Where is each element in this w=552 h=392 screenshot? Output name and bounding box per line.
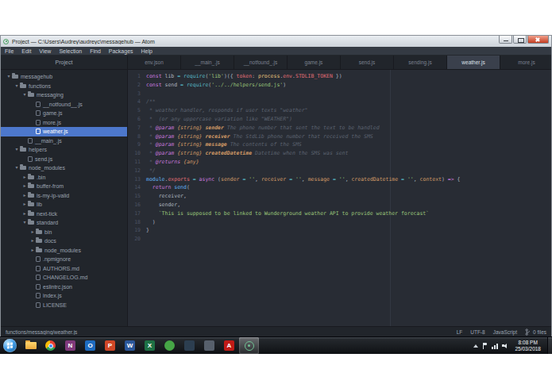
- chevron-right-icon[interactable]: ▸: [21, 173, 28, 183]
- tree-item-next-tick[interactable]: ▸next-tick: [1, 209, 127, 219]
- tab-send.js[interactable]: send.js: [341, 56, 394, 69]
- title-bar[interactable]: Project — C:\Users\Audrey\audreyc\messag…: [1, 36, 551, 47]
- tree-item-CHANGELOG.md[interactable]: CHANGELOG.md: [1, 273, 127, 282]
- tab-env.json[interactable]: env.json: [128, 56, 181, 69]
- menu-selection[interactable]: Selection: [55, 47, 86, 56]
- code-line-4: 4/**: [128, 98, 551, 106]
- taskbar-clock[interactable]: 8:08 PM 25/03/2018: [515, 340, 541, 352]
- tree-item-bin[interactable]: ▸bin: [1, 228, 127, 237]
- code-editor[interactable]: 1const lib = require('lib')({ token: pro…: [128, 70, 551, 326]
- chevron-down-icon[interactable]: ▾: [21, 90, 28, 100]
- chevron-down-icon[interactable]: ▾: [14, 82, 20, 91]
- chevron-right-icon[interactable]: ▸: [21, 191, 28, 201]
- utility-app-icon[interactable]: [199, 337, 219, 354]
- menu-find[interactable]: Find: [86, 47, 105, 56]
- minimize-button[interactable]: [499, 36, 512, 44]
- tree-item-docs[interactable]: ▸docs: [1, 236, 127, 246]
- tree-item-__main_.js[interactable]: __main_.js: [1, 136, 127, 146]
- chevron-down-icon[interactable]: ▾: [14, 163, 20, 173]
- tree-item-buffer-from[interactable]: ▸buffer-from: [1, 182, 127, 191]
- chevron-right-icon[interactable]: ▸: [21, 200, 28, 209]
- tab-__main_.js[interactable]: __main_.js: [181, 56, 234, 69]
- word-icon[interactable]: W: [120, 337, 140, 354]
- tab-weather.js[interactable]: weather.js: [447, 56, 500, 69]
- media-app-icon[interactable]: [160, 337, 179, 354]
- chevron-down-icon[interactable]: ▾: [14, 145, 20, 155]
- menu-edit[interactable]: Edit: [17, 47, 35, 56]
- tree-item-lib[interactable]: ▸lib: [1, 200, 127, 209]
- line-content: * @param {string} sender The phone numbe…: [146, 124, 380, 133]
- chevron-right-icon[interactable]: ▸: [21, 209, 28, 219]
- tree-item-__notfound__.js[interactable]: __notfound__.js: [1, 100, 127, 110]
- chrome-icon[interactable]: [41, 337, 60, 354]
- powerpoint-icon[interactable]: P: [100, 337, 120, 354]
- git-status[interactable]: 0 files: [525, 329, 546, 336]
- chevron-down-icon[interactable]: ▾: [21, 218, 28, 228]
- hidden-icons-button[interactable]: [473, 344, 478, 348]
- maximize-button[interactable]: [513, 36, 527, 44]
- status-line-ending[interactable]: LF: [457, 329, 463, 335]
- tree-item-standard[interactable]: ▾standard: [1, 218, 127, 228]
- tab-game.js[interactable]: game.js: [288, 56, 341, 69]
- menu-file[interactable]: File: [1, 47, 17, 56]
- excel-icon[interactable]: X: [140, 337, 160, 354]
- status-file-path[interactable]: functions/messaging/weather.js: [6, 329, 457, 335]
- dev-app-icon[interactable]: [179, 337, 199, 354]
- start-button[interactable]: [3, 339, 17, 352]
- menu-packages[interactable]: Packages: [105, 47, 137, 56]
- chevron-right-icon[interactable]: ▸: [29, 246, 36, 256]
- code-line-15: 15 receiver,: [128, 192, 551, 201]
- menu-view[interactable]: View: [35, 47, 55, 56]
- onenote-icon[interactable]: N: [60, 337, 80, 354]
- tree-item-send.js[interactable]: send.js: [1, 155, 127, 164]
- tree-item-messaging[interactable]: ▾messaging: [1, 90, 127, 100]
- status-language[interactable]: JavaScript: [493, 329, 517, 335]
- tree-item-messagehub[interactable]: ▾messagehub: [1, 72, 127, 82]
- chevron-right-icon[interactable]: ▸: [29, 236, 36, 246]
- acrobat-icon[interactable]: A: [219, 337, 239, 354]
- tree-item-label: more.js: [43, 118, 61, 128]
- tree-item-helpers[interactable]: ▾helpers: [1, 145, 127, 155]
- tab-sending.js[interactable]: sending.js: [394, 56, 447, 69]
- chrome-icon-glyph: [45, 340, 56, 351]
- explorer-icon[interactable]: [21, 337, 41, 354]
- chevron-right-icon[interactable]: ▸: [29, 228, 36, 237]
- tree-item-more.js[interactable]: more.js: [1, 118, 127, 128]
- chevron-right-icon[interactable]: ▸: [21, 182, 28, 191]
- folder-icon: [36, 248, 42, 252]
- tree-item-label: LICENSE: [43, 301, 67, 310]
- tree-item-eslintrc.json[interactable]: eslintrc.json: [1, 282, 127, 292]
- atom-icon-glyph: [245, 341, 254, 351]
- tree-item-index.js[interactable]: index.js: [1, 291, 127, 301]
- close-button[interactable]: [527, 36, 549, 44]
- network-icon[interactable]: [492, 343, 498, 349]
- powerpoint-icon-glyph: P: [105, 340, 115, 351]
- tree-item-is-my-ip-valid[interactable]: ▸is-my-ip-valid: [1, 191, 127, 201]
- tab-more.js[interactable]: more.js: [500, 56, 551, 69]
- tree-item-label: node_modules: [29, 163, 65, 173]
- menu-help[interactable]: Help: [137, 47, 156, 56]
- tree-item-game.js[interactable]: game.js: [1, 109, 127, 118]
- tree-item-node_modules[interactable]: ▾node_modules: [1, 163, 127, 173]
- code-line-1: 1const lib = require('lib')({ token: pro…: [128, 72, 551, 81]
- tree-item-node_modules[interactable]: ▸node_modules: [1, 246, 127, 256]
- tree-item-LICENSE[interactable]: LICENSE: [1, 301, 127, 310]
- tree-item-functions[interactable]: ▾functions: [1, 82, 127, 91]
- tree-item-.bin[interactable]: ▸.bin: [1, 173, 127, 183]
- show-desktop-button[interactable]: [547, 337, 552, 354]
- tab-__notfound_.js[interactable]: __notfound_.js: [234, 56, 288, 69]
- outlook-icon[interactable]: O: [80, 337, 100, 354]
- file-icon: [36, 302, 41, 308]
- status-encoding[interactable]: UTF-8: [470, 329, 484, 335]
- line-content: ): [146, 218, 156, 227]
- action-center-icon[interactable]: [482, 343, 488, 349]
- tree-item-AUTHORS.md[interactable]: AUTHORS.md: [1, 264, 127, 274]
- git-files-count: 0 files: [533, 329, 546, 335]
- tree-item-.npmignore[interactable]: .npmignore: [1, 255, 127, 264]
- chevron-down-icon[interactable]: ▾: [6, 72, 12, 82]
- tree-item-weather.js[interactable]: weather.js: [1, 127, 127, 136]
- volume-icon[interactable]: [502, 343, 508, 349]
- tab-bar: env.json__main_.js__notfound_.jsgame.jss…: [128, 56, 551, 69]
- tree-item-label: eslintrc.json: [43, 282, 72, 292]
- atom-icon[interactable]: [239, 337, 259, 354]
